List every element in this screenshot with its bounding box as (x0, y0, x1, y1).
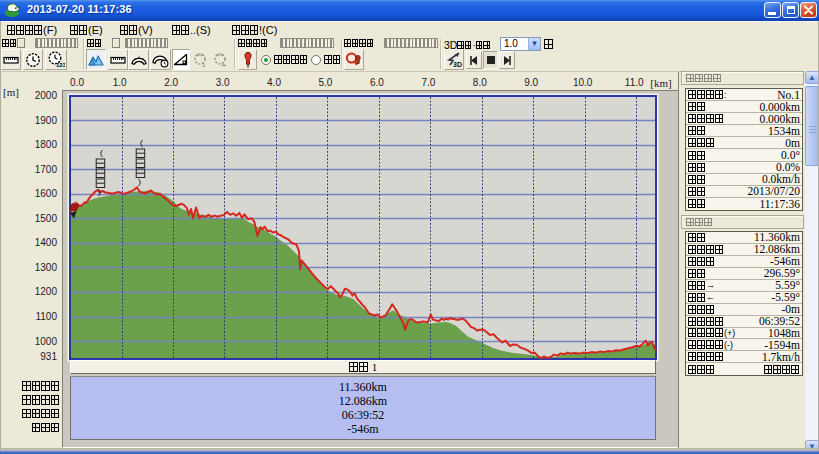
svg-text:3D: 3D (453, 61, 462, 68)
svg-text:1: 1 (202, 62, 206, 68)
svg-text:123: 123 (56, 62, 65, 68)
